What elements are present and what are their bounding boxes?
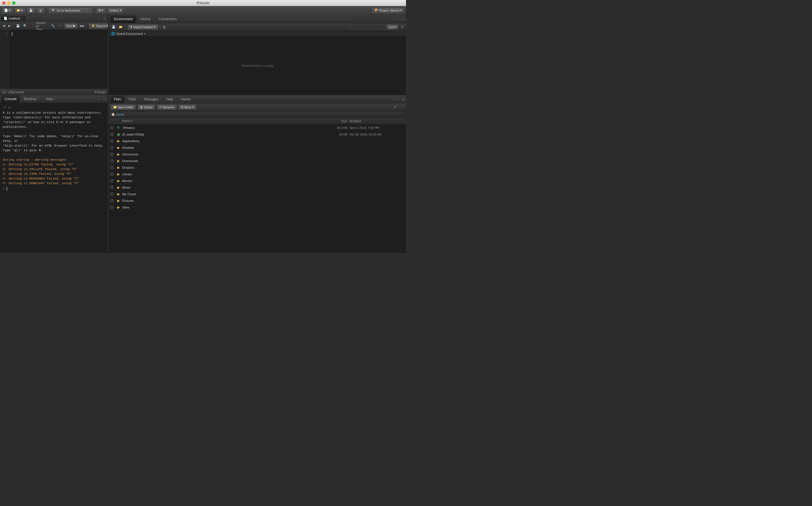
tab-terminal[interactable]: Terminal × bbox=[20, 95, 42, 103]
file-checkbox[interactable] bbox=[110, 199, 115, 202]
files-tab-right: − □ bbox=[396, 97, 405, 101]
files-maximize-button[interactable]: □ bbox=[401, 97, 405, 101]
files-toolbar: 📁 New Folder 🗑 Delete ✏ Rename ⚙ More ▾ bbox=[109, 103, 406, 111]
files-refresh-button[interactable]: ↺ bbox=[393, 105, 397, 109]
rename-button[interactable]: ✏ Rename bbox=[157, 104, 177, 110]
env-refresh-button[interactable]: ↺ bbox=[400, 25, 404, 29]
col-name-header[interactable]: Name ▾ bbox=[121, 119, 325, 123]
file-checkbox[interactable] bbox=[110, 159, 115, 163]
save-button[interactable]: 💾 bbox=[26, 7, 35, 13]
env-search-input[interactable] bbox=[349, 25, 383, 29]
open-button[interactable]: 📂 ▾ bbox=[14, 7, 25, 13]
env-open-button[interactable]: 📂 bbox=[118, 25, 124, 29]
file-checkbox[interactable] bbox=[110, 206, 115, 209]
env-minimize-button[interactable]: − bbox=[396, 17, 400, 21]
tab-connections[interactable]: Connections bbox=[155, 15, 181, 23]
file-row[interactable]: ▣ df_water.RData 20 KB Oct 26, 2018, 10:… bbox=[109, 131, 406, 138]
tab-packages[interactable]: Packages bbox=[140, 95, 162, 103]
addins-button[interactable]: Addins ▾ bbox=[107, 7, 124, 13]
new-script-button[interactable]: 📄 ▾ bbox=[2, 7, 13, 13]
folder-icon: ▶ bbox=[117, 166, 120, 169]
file-row[interactable]: ▶ Music bbox=[109, 184, 406, 191]
file-checkbox[interactable] bbox=[110, 146, 115, 149]
console-maximize-button[interactable]: □ bbox=[102, 97, 106, 101]
maximize-button[interactable] bbox=[12, 1, 15, 5]
file-checkbox[interactable] bbox=[110, 133, 115, 136]
tab-help[interactable]: Help bbox=[162, 95, 177, 103]
file-checkbox[interactable] bbox=[110, 139, 115, 143]
env-list-button[interactable]: List ▾ bbox=[386, 24, 399, 30]
tab-files[interactable]: Files bbox=[110, 95, 125, 103]
import-dataset-button[interactable]: ⬆ Import Dataset ▾ bbox=[128, 24, 158, 30]
file-row[interactable]: ▶ Applications bbox=[109, 138, 406, 144]
file-row[interactable]: ▶ Movies bbox=[109, 177, 406, 184]
source-button[interactable]: ⚡ Source ▾ bbox=[89, 23, 111, 29]
file-row[interactable]: ▶ Sites bbox=[109, 204, 406, 211]
folder-icon: ▶ bbox=[117, 199, 120, 203]
files-tabs: Files Plots Packages Help Viewer bbox=[110, 95, 195, 103]
files-section: Files Plots Packages Help Viewer bbox=[109, 95, 406, 253]
file-checkbox[interactable] bbox=[110, 179, 115, 182]
console-content[interactable]: ~/ ▸ R is a collaborative project with m… bbox=[0, 103, 107, 253]
tab-environment[interactable]: Environment bbox=[110, 15, 136, 23]
file-row[interactable]: ▶ Dropbox bbox=[109, 164, 406, 171]
file-row[interactable]: ▶ Downloads bbox=[109, 158, 406, 164]
tab-viewer[interactable]: Viewer bbox=[177, 95, 194, 103]
jobs-tab-close[interactable]: × bbox=[54, 97, 56, 100]
tab-plots[interactable]: Plots bbox=[125, 95, 140, 103]
run-all-button[interactable]: ▶▶ bbox=[79, 24, 85, 28]
file-checkbox[interactable] bbox=[110, 192, 115, 196]
env-maximize-button[interactable]: □ bbox=[401, 17, 405, 21]
tab-history[interactable]: History bbox=[136, 15, 154, 23]
file-checkbox[interactable] bbox=[110, 186, 115, 189]
minimize-button[interactable] bbox=[7, 1, 10, 5]
project-button[interactable]: 📦 Project: (None) ▾ bbox=[372, 7, 404, 13]
file-checkbox[interactable] bbox=[110, 153, 115, 156]
console-minimize-button[interactable]: − bbox=[97, 97, 101, 101]
new-folder-button[interactable]: 📁 New Folder bbox=[111, 104, 136, 110]
source-on-save-check[interactable]: ☐ Source on Save bbox=[31, 21, 47, 31]
env-save-button[interactable]: 💾 bbox=[111, 25, 117, 29]
file-row[interactable]: R .Rhistory 18.2 KB Nov 4, 2018, 7:59 PM bbox=[109, 124, 406, 131]
editor-tab-untitled1[interactable]: 📄 Untitled1 × bbox=[1, 16, 26, 21]
save-script-button[interactable]: 💾 bbox=[15, 24, 21, 28]
breadcrumb-home[interactable]: Home bbox=[116, 113, 124, 116]
files-minimize-button[interactable]: − bbox=[396, 97, 400, 101]
terminal-tab-close[interactable]: × bbox=[37, 97, 39, 100]
tab-console[interactable]: Console bbox=[1, 95, 20, 103]
close-button[interactable] bbox=[2, 1, 6, 5]
file-row[interactable]: ▶ My Cloud bbox=[109, 191, 406, 197]
run-button[interactable]: Run ▶ bbox=[64, 23, 78, 29]
console-prompt-line[interactable]: > bbox=[3, 187, 105, 191]
find-button[interactable]: 🔍 bbox=[22, 24, 28, 28]
more-button[interactable]: ⚙ More ▾ bbox=[178, 104, 196, 110]
goto-button[interactable]: 🔍 Go to file/function bbox=[48, 7, 92, 13]
file-row[interactable]: ▶ Desktop bbox=[109, 144, 406, 151]
folder-icon: ▶ bbox=[117, 205, 120, 209]
env-clear-button[interactable]: 🗑 bbox=[162, 25, 167, 29]
global-env-bar[interactable]: 🌐 Global Environment ▾ bbox=[109, 31, 406, 36]
editor-minimize-button[interactable]: − bbox=[97, 17, 101, 20]
col-modified-header[interactable]: Modified bbox=[349, 119, 405, 123]
back-button[interactable]: ◀ bbox=[2, 24, 6, 28]
file-checkbox[interactable] bbox=[110, 126, 115, 130]
file-checkbox[interactable] bbox=[110, 166, 115, 169]
files-menu-button[interactable]: ⋯ bbox=[399, 105, 404, 109]
code-area[interactable] bbox=[10, 30, 107, 89]
tab-close-icon[interactable]: × bbox=[21, 17, 23, 20]
code-tools-button[interactable]: 🔧 bbox=[50, 24, 56, 28]
file-r-icon: R bbox=[117, 126, 120, 130]
col-size-header[interactable]: Size bbox=[325, 119, 349, 123]
editor-maximize-button[interactable]: □ bbox=[102, 17, 106, 20]
grid-button[interactable]: ⊞ ▾ bbox=[96, 7, 106, 13]
forward-button[interactable]: ▶ bbox=[7, 24, 12, 28]
file-row[interactable]: ▶ Documents bbox=[109, 151, 406, 158]
file-row[interactable]: ▶ Pictures bbox=[109, 197, 406, 204]
file-row[interactable]: ▶ Library bbox=[109, 171, 406, 177]
print-button[interactable]: 🖨 bbox=[36, 7, 45, 13]
file-checkbox[interactable] bbox=[110, 173, 115, 176]
spell-check-button[interactable]: ✓ bbox=[57, 24, 62, 28]
editor-content[interactable]: 1 bbox=[0, 30, 107, 89]
tab-jobs[interactable]: Jobs × bbox=[42, 95, 59, 103]
delete-button[interactable]: 🗑 Delete bbox=[138, 104, 155, 110]
